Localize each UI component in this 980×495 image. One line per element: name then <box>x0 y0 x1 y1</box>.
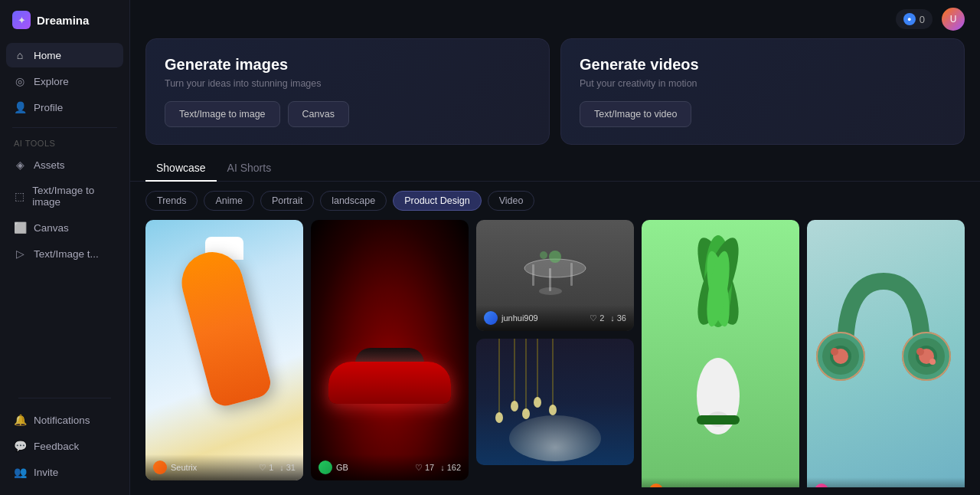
coin-icon: ● <box>903 13 916 25</box>
text-video-button[interactable]: Text/Image to video <box>580 101 691 127</box>
sidebar-item-assets[interactable]: ◈ Assets <box>6 152 123 177</box>
heart-icon: ♡ <box>916 486 923 488</box>
filter-portrait[interactable]: Portrait <box>260 191 314 211</box>
svg-point-6 <box>540 251 547 259</box>
item-stats: ♡ 17 ↓ 162 <box>415 463 461 473</box>
heart-icon: ♡ <box>415 463 423 473</box>
sidebar-item-label: Text/Image t... <box>34 248 99 260</box>
grid-item-headphones[interactable]: sssunnydaisy ♡ 10 ↓ 58 <box>807 220 965 487</box>
svg-point-14 <box>522 408 530 419</box>
filters-row: Trends Anime Portrait landscape Product … <box>130 182 980 220</box>
grid-item-lamps[interactable] <box>476 339 634 465</box>
likes-stat: ♡ 2 <box>755 486 769 488</box>
likes-count: 2 <box>765 486 769 487</box>
sidebar-nav-tools: ◈ Assets ⬚ Text/Image to image ⬜ Canvas … <box>0 152 129 266</box>
sidebar-item-label: Feedback <box>34 441 79 452</box>
text-image-button[interactable]: Text/Image to image <box>165 101 280 127</box>
images-card-buttons: Text/Image to image Canvas <box>165 101 531 127</box>
likes-count: 17 <box>425 463 434 472</box>
tabs-row: Showcase AI Shorts <box>130 156 980 182</box>
likes-count: 1 <box>269 463 273 472</box>
item-stats: ♡ 1 ↓ 31 <box>259 463 296 473</box>
download-icon: ↓ <box>941 486 946 487</box>
download-icon: ↓ <box>279 463 284 472</box>
sidebar-item-canvas[interactable]: ⬜ Canvas <box>6 215 123 240</box>
svg-point-16 <box>549 405 557 415</box>
tab-ai-shorts[interactable]: AI Shorts <box>217 156 283 182</box>
sidebar-item-text-video[interactable]: ▷ Text/Image t... <box>6 241 123 266</box>
sidebar-item-label: Assets <box>34 159 65 171</box>
grid-item-table[interactable]: junhui909 ♡ 2 ↓ 36 <box>476 220 634 331</box>
item-user: hanyujiao0 <box>649 484 707 487</box>
explore-icon: ◎ <box>14 75 26 87</box>
sidebar-item-text-image[interactable]: ⬚ Text/Image to image <box>6 179 123 214</box>
sidebar-item-home[interactable]: ⌂ Home <box>6 43 123 67</box>
showcase-grid: Seutrix ♡ 1 ↓ 31 <box>130 220 980 495</box>
user-avatar-dot <box>153 461 167 474</box>
downloads-stat: ↓ 69 <box>776 486 792 487</box>
videos-card-title: Generate videos <box>580 56 946 74</box>
svg-point-35 <box>831 348 838 356</box>
downloads-stat: ↓ 162 <box>440 463 461 472</box>
sidebar-item-invite[interactable]: 👥 Invite <box>6 460 123 484</box>
grid-item-car[interactable]: GB ♡ 17 ↓ 162 <box>311 220 469 480</box>
download-icon: ↓ <box>610 313 615 323</box>
grid-col-2: GB ♡ 17 ↓ 162 <box>311 220 469 487</box>
filter-video[interactable]: Video <box>488 191 535 211</box>
text-image-icon: ⬚ <box>14 190 24 202</box>
tab-showcase[interactable]: Showcase <box>145 156 217 182</box>
item-overlay: Seutrix ♡ 1 ↓ 31 <box>145 454 303 480</box>
topbar: ● 0 U <box>130 0 980 38</box>
download-icon: ↓ <box>440 463 445 472</box>
sidebar-item-feedback[interactable]: 💬 Feedback <box>6 434 123 458</box>
coins-display[interactable]: ● 0 <box>896 9 933 29</box>
feedback-icon: 💬 <box>14 440 26 452</box>
downloads-stat: ↓ 36 <box>610 313 626 323</box>
username: GB <box>336 463 348 472</box>
svg-point-32 <box>916 348 924 356</box>
item-stats: ♡ 10 ↓ 58 <box>916 486 957 488</box>
filter-trends[interactable]: Trends <box>145 191 198 211</box>
logo[interactable]: ✦ Dreamina <box>0 11 129 43</box>
grid: Seutrix ♡ 1 ↓ 31 <box>145 220 965 487</box>
likes-count: 2 <box>599 313 604 323</box>
filter-anime[interactable]: Anime <box>204 191 253 211</box>
item-overlay: GB ♡ 17 ↓ 162 <box>311 454 469 480</box>
likes-stat: ♡ 17 <box>415 463 434 473</box>
sidebar-item-label: Profile <box>34 102 63 113</box>
canvas-icon: ⬜ <box>14 221 26 234</box>
sidebar-item-explore[interactable]: ◎ Explore <box>6 69 123 93</box>
filter-product-design[interactable]: Product Design <box>393 191 481 211</box>
likes-stat: ♡ 1 <box>259 463 273 473</box>
notifications-icon: 🔔 <box>14 414 26 426</box>
grid-col-1: Seutrix ♡ 1 ↓ 31 <box>145 220 303 487</box>
sidebar-item-label: Canvas <box>34 222 69 234</box>
heart-icon: ♡ <box>755 486 763 488</box>
user-avatar-dot <box>649 484 663 487</box>
svg-point-12 <box>495 412 503 423</box>
svg-rect-4 <box>570 263 573 286</box>
profile-icon: 👤 <box>14 101 26 113</box>
heart-icon: ♡ <box>259 463 266 473</box>
generate-videos-card: Generate videos Put your creativity in m… <box>560 38 965 145</box>
sidebar: ✦ Dreamina ⌂ Home ◎ Explore 👤 Profile AI… <box>0 0 130 495</box>
main-content: ● 0 U Generate images Turn your ideas in… <box>130 0 980 495</box>
sidebar-item-notifications[interactable]: 🔔 Notifications <box>6 408 123 432</box>
downloads-stat: ↓ 31 <box>279 463 296 472</box>
downloads-count: 69 <box>782 486 792 487</box>
item-user: GB <box>318 461 348 474</box>
grid-item-plant[interactable]: hanyujiao0 ♡ 2 ↓ 69 <box>642 220 799 487</box>
sidebar-item-profile[interactable]: 👤 Profile <box>6 95 123 120</box>
grid-col-3: junhui909 ♡ 2 ↓ 36 <box>476 220 634 487</box>
invite-icon: 👥 <box>14 466 26 478</box>
username: junhui909 <box>501 313 538 323</box>
grid-item-sunscreen[interactable]: Seutrix ♡ 1 ↓ 31 <box>145 220 303 480</box>
heart-icon: ♡ <box>590 313 597 323</box>
canvas-button[interactable]: Canvas <box>288 101 349 127</box>
user-avatar[interactable]: U <box>942 8 965 31</box>
filter-landscape[interactable]: landscape <box>320 191 387 211</box>
sidebar-item-label: Notifications <box>34 415 90 426</box>
logo-icon: ✦ <box>12 11 31 29</box>
grid-col-5: sssunnydaisy ♡ 10 ↓ 58 <box>807 220 965 487</box>
item-stats: ♡ 2 ↓ 36 <box>590 313 626 323</box>
